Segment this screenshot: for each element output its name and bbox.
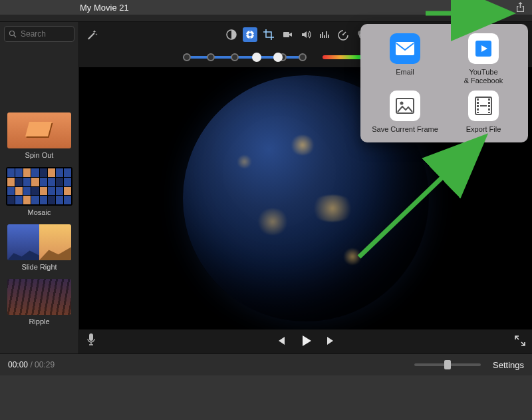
svg-point-6 [342, 34, 343, 35]
share-youtube-facebook[interactable]: YouTube & Facebook [446, 33, 521, 85]
thumbnail-label: Spin Out [25, 151, 54, 159]
svg-rect-24 [488, 108, 490, 110]
image-icon [390, 91, 420, 121]
next-frame-button[interactable] [325, 335, 337, 349]
share-icon [515, 2, 525, 13]
thumbnail-image [7, 112, 71, 148]
svg-rect-23 [488, 105, 490, 107]
search-icon [9, 30, 17, 38]
share-button[interactable] [515, 2, 525, 13]
share-label: Email [396, 68, 414, 77]
transition-mosaic[interactable]: Mosaic [6, 167, 72, 216]
svg-rect-17 [477, 102, 479, 104]
youtube-icon [468, 33, 499, 64]
svg-rect-10 [89, 333, 93, 341]
svg-point-0 [10, 31, 15, 36]
thumbnail-image [7, 279, 71, 315]
fullscreen-button[interactable] [515, 335, 525, 348]
transition-spin-out[interactable]: Spin Out [7, 112, 71, 159]
svg-rect-16 [477, 99, 479, 101]
titlebar: My Movie 21 [0, 0, 532, 15]
share-export-file[interactable]: Export File [446, 91, 521, 134]
search-field[interactable] [4, 26, 74, 42]
thumbnail-label: Ripple [29, 317, 49, 325]
top-divider [0, 15, 532, 22]
email-icon [390, 33, 420, 64]
svg-rect-22 [488, 102, 490, 104]
timeline-bar: 00:00 / 00:29 Settings [0, 353, 532, 375]
film-icon [468, 91, 499, 121]
search-input[interactable] [19, 29, 68, 39]
project-title: My Movie 21 [80, 3, 129, 13]
svg-rect-19 [477, 108, 479, 110]
speed-button[interactable] [336, 27, 350, 42]
thumbnail-image [6, 167, 72, 206]
share-popover: Email YouTube & Facebook Save Current Fr… [360, 24, 528, 142]
noise-eq-button[interactable] [317, 27, 332, 42]
thumbnail-image [7, 224, 71, 260]
play-button[interactable] [299, 333, 313, 350]
svg-rect-18 [477, 105, 479, 107]
svg-rect-21 [488, 99, 490, 101]
svg-rect-5 [283, 32, 289, 37]
voiceover-button[interactable] [86, 333, 96, 348]
playhead-time: 00:00 / 00:29 [8, 360, 55, 369]
transition-slide-right[interactable]: Slide Right [7, 224, 71, 271]
transition-ripple[interactable]: Ripple [7, 279, 71, 325]
svg-rect-25 [488, 112, 490, 113]
sidebar: Spin Out Mosaic Slide Right Ripple [0, 22, 79, 353]
share-email[interactable]: Email [367, 33, 443, 85]
playback-controls [79, 329, 532, 353]
thumbnail-label: Slide Right [21, 263, 57, 271]
svg-rect-11 [396, 42, 414, 55]
prev-frame-button[interactable] [275, 335, 287, 349]
color-balance-button[interactable] [224, 27, 239, 42]
share-label: Save Current Frame [372, 125, 438, 134]
svg-point-14 [400, 102, 404, 105]
svg-point-4 [248, 33, 251, 37]
crop-button[interactable] [261, 27, 276, 42]
svg-line-1 [14, 35, 16, 37]
thumbnail-label: Mosaic [28, 208, 51, 216]
svg-rect-20 [477, 112, 479, 113]
share-save-frame[interactable]: Save Current Frame [367, 91, 443, 134]
share-label: Export File [466, 125, 501, 134]
stabilization-button[interactable] [280, 27, 295, 42]
color-correction-button[interactable] [243, 27, 257, 42]
timeline-zoom-slider[interactable] [414, 363, 481, 366]
share-label: YouTube & Facebook [464, 68, 503, 85]
exposure-slider[interactable] [183, 56, 303, 59]
magic-wand-button[interactable] [84, 27, 99, 42]
volume-button[interactable] [299, 27, 313, 42]
settings-button[interactable]: Settings [493, 360, 524, 370]
timeline-area[interactable] [0, 375, 532, 420]
